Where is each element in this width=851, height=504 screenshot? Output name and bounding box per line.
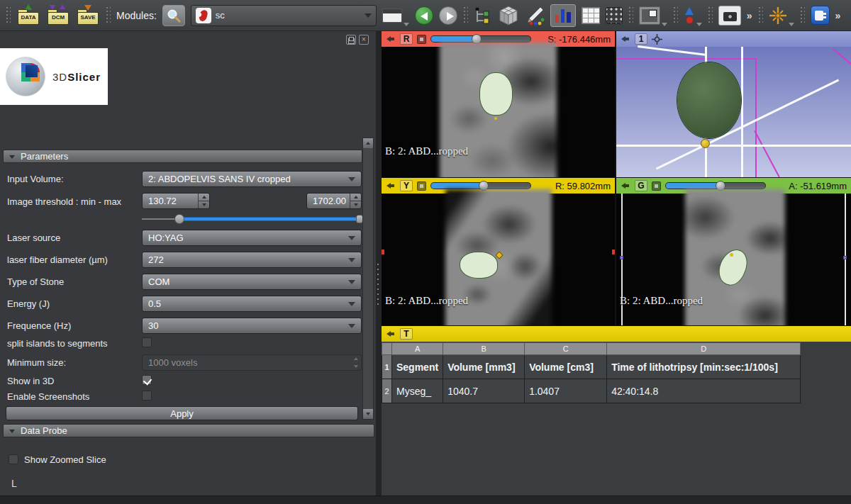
close-panel-icon[interactable]: × bbox=[359, 35, 369, 45]
cell-time[interactable]: Time of lithotripsy [min:sec:1/100s] bbox=[607, 355, 801, 379]
scroll-up-button[interactable] bbox=[363, 138, 373, 148]
row-number[interactable]: 1 bbox=[382, 355, 392, 379]
cell-volume-cm3[interactable]: Volume [cm3] bbox=[525, 355, 607, 379]
fiber-diameter-label: laser fiber diameter (µm) bbox=[7, 254, 108, 265]
toolbar-drag-handle[interactable] bbox=[463, 6, 468, 25]
toolbar-drag-handle[interactable] bbox=[708, 6, 713, 25]
cell-volume-mm3[interactable]: Volume [mm3] bbox=[443, 355, 525, 379]
green-slice-view[interactable]: G A: -51.619mm B: 2: ABD...ropped bbox=[616, 178, 851, 325]
slice-intersection-tick bbox=[382, 250, 384, 254]
save-icon-label: SAVE bbox=[76, 14, 100, 21]
pin-icon[interactable] bbox=[386, 330, 396, 338]
window-layout-button[interactable] bbox=[382, 9, 402, 23]
charting-button-active[interactable] bbox=[550, 4, 576, 27]
toolbar-drag-handle[interactable] bbox=[106, 6, 111, 25]
scroll-down-button[interactable] bbox=[363, 409, 373, 419]
crosshair-button[interactable] bbox=[769, 6, 787, 25]
threed-view[interactable]: 1 bbox=[616, 31, 851, 177]
toolbar-overflow-chevron[interactable]: » bbox=[835, 10, 841, 21]
mouse-interaction-mode-button[interactable] bbox=[684, 6, 695, 26]
red-slice-image[interactable]: B: 2: ABD...ropped bbox=[382, 47, 615, 177]
module-hierarchy-button[interactable] bbox=[474, 6, 492, 25]
threshold-range-slider[interactable] bbox=[142, 214, 362, 224]
red-slice-view[interactable]: R S: -176.446mm B: 2: ABD...ropped bbox=[382, 31, 615, 177]
tables-button[interactable] bbox=[582, 7, 600, 24]
chevron-down-icon bbox=[348, 177, 355, 181]
enable-screenshots-checkbox[interactable] bbox=[142, 391, 152, 401]
red-bar-icon bbox=[555, 15, 559, 23]
column-header-a[interactable]: A bbox=[392, 343, 443, 355]
fiber-diameter-dropdown[interactable]: 272 bbox=[142, 252, 362, 268]
cell-segment[interactable]: Segment bbox=[392, 355, 443, 379]
segment-editor-button[interactable] bbox=[525, 6, 545, 26]
row-number[interactable]: 2 bbox=[382, 379, 392, 403]
green-slice-slider[interactable] bbox=[665, 182, 766, 189]
panel-splitter-handle[interactable] bbox=[377, 262, 381, 305]
slice-menu-icon[interactable] bbox=[652, 181, 661, 191]
load-data-button[interactable]: DATA bbox=[16, 5, 40, 26]
volume-rendering-button[interactable] bbox=[498, 5, 519, 26]
column-header-b[interactable]: B bbox=[443, 343, 525, 355]
frequency-dropdown[interactable]: 30 bbox=[142, 318, 362, 334]
extensions-manager-button[interactable] bbox=[811, 6, 830, 25]
column-header-c[interactable]: C bbox=[525, 343, 607, 355]
intersection-handle[interactable] bbox=[843, 256, 847, 259]
split-islands-checkbox[interactable] bbox=[142, 337, 152, 347]
cell-volume-cm3-value[interactable]: 1.0407 bbox=[525, 379, 607, 403]
toolbar-drag-handle[interactable] bbox=[628, 6, 633, 25]
threshold-min-spinbox[interactable]: 130.72 bbox=[142, 193, 210, 209]
laser-source-dropdown[interactable]: HO:YAG bbox=[142, 230, 362, 246]
green-view-label: G bbox=[635, 180, 647, 191]
toolbar-drag-handle[interactable] bbox=[800, 6, 805, 25]
history-back-button[interactable] bbox=[415, 6, 433, 25]
layout-selector-button[interactable] bbox=[639, 6, 660, 25]
red-slice-slider[interactable] bbox=[430, 35, 531, 43]
show-zoomed-slice-checkbox[interactable] bbox=[9, 454, 18, 464]
energy-dropdown[interactable]: 0.5 bbox=[142, 296, 362, 312]
pin-icon[interactable] bbox=[386, 35, 396, 43]
module-search-button[interactable] bbox=[162, 5, 185, 26]
pin-icon[interactable] bbox=[621, 35, 630, 43]
apply-button[interactable]: Apply bbox=[6, 406, 358, 420]
center-view-icon[interactable] bbox=[652, 34, 662, 45]
save-data-button[interactable]: SAVE bbox=[76, 5, 100, 26]
range-slider-min-handle[interactable] bbox=[174, 214, 184, 224]
pin-icon[interactable] bbox=[386, 181, 396, 190]
chevron-down-icon bbox=[696, 23, 702, 26]
slice-menu-icon[interactable] bbox=[417, 35, 426, 44]
load-dicom-button[interactable]: DCM bbox=[46, 5, 70, 26]
toolbar-overflow-chevron[interactable]: » bbox=[747, 10, 752, 21]
show-3d-checkbox[interactable] bbox=[142, 375, 152, 385]
threed-render-area[interactable] bbox=[616, 47, 851, 177]
pin-icon[interactable] bbox=[621, 181, 630, 190]
history-forward-button[interactable] bbox=[439, 6, 457, 25]
slice-menu-icon[interactable] bbox=[417, 181, 426, 191]
stone-type-dropdown[interactable]: COM bbox=[142, 274, 362, 290]
green-slice-image[interactable]: B: 2: ABD...ropped bbox=[616, 194, 851, 325]
column-header-d[interactable]: D bbox=[607, 343, 801, 355]
toolbar-drag-handle[interactable] bbox=[673, 6, 678, 25]
search-icon bbox=[167, 9, 181, 23]
data-probe-section-header[interactable]: Data Probe bbox=[3, 424, 374, 437]
input-volume-dropdown[interactable]: 2: ABDOPELVIS SANS IV cropped bbox=[142, 171, 362, 187]
yellow-slice-image[interactable]: B: 2: ABD...ropped bbox=[382, 194, 615, 325]
intersection-handle[interactable] bbox=[620, 256, 623, 259]
cell-segment-value[interactable]: Myseg_ bbox=[392, 379, 443, 403]
panel-scrollbar[interactable] bbox=[362, 138, 374, 420]
red-dot-icon bbox=[686, 17, 693, 23]
cell-time-value[interactable]: 42:40:14.8 bbox=[607, 379, 801, 403]
parameters-section-header[interactable]: Parameters bbox=[3, 150, 362, 163]
toolbar-drag-handle[interactable] bbox=[758, 6, 763, 25]
module-selector-combobox[interactable]: sc bbox=[191, 5, 377, 26]
spinner-buttons[interactable] bbox=[350, 194, 361, 208]
screen-capture-button[interactable] bbox=[718, 6, 741, 26]
undock-panel-icon[interactable] bbox=[346, 35, 356, 45]
markups-grid-button[interactable] bbox=[606, 7, 623, 24]
cell-volume-mm3-value[interactable]: 1040.7 bbox=[443, 379, 525, 403]
yellow-slice-slider[interactable] bbox=[430, 182, 531, 189]
toolbar-drag-handle[interactable] bbox=[6, 6, 11, 25]
table-row: 2 Myseg_ 1040.7 1.0407 42:40:14.8 bbox=[382, 379, 801, 403]
spinner-buttons[interactable] bbox=[198, 194, 209, 208]
yellow-slice-view[interactable]: Y R: 59.802mm B: 2: ABD...ropped bbox=[382, 178, 615, 325]
threshold-max-spinbox[interactable]: 1702.00 bbox=[306, 193, 362, 209]
